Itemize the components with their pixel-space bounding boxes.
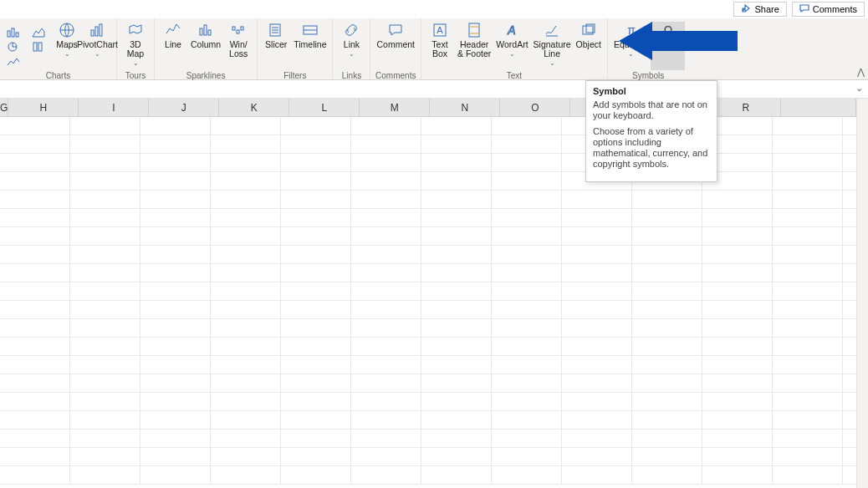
- comment-button[interactable]: Comment: [374, 22, 417, 70]
- cell[interactable]: [140, 227, 211, 246]
- cell[interactable]: [281, 135, 351, 154]
- cell[interactable]: [351, 338, 421, 356]
- cell[interactable]: [211, 319, 281, 338]
- cell[interactable]: [0, 301, 70, 319]
- cell[interactable]: [0, 338, 70, 356]
- cell[interactable]: [562, 264, 632, 282]
- cell[interactable]: [70, 301, 140, 319]
- cell[interactable]: [70, 411, 140, 430]
- cell[interactable]: [0, 117, 70, 135]
- cell[interactable]: [351, 172, 421, 191]
- cell[interactable]: [70, 282, 140, 301]
- cell[interactable]: [492, 319, 562, 338]
- cell[interactable]: [211, 338, 281, 356]
- cell[interactable]: [351, 430, 421, 448]
- cell[interactable]: [281, 411, 351, 430]
- cell[interactable]: [211, 411, 281, 430]
- cell[interactable]: [281, 338, 351, 356]
- cell[interactable]: [773, 374, 843, 393]
- cell[interactable]: [281, 227, 351, 246]
- cell[interactable]: [632, 393, 702, 411]
- cell[interactable]: [281, 172, 351, 191]
- cell[interactable]: [492, 172, 562, 191]
- cell[interactable]: [211, 135, 281, 154]
- cell[interactable]: [140, 338, 211, 356]
- chart-type-icon[interactable]: [30, 25, 49, 38]
- cell[interactable]: [562, 374, 632, 393]
- cell[interactable]: [773, 209, 843, 227]
- cell[interactable]: [632, 430, 702, 448]
- cell[interactable]: [632, 191, 702, 209]
- cell[interactable]: [211, 448, 281, 466]
- cell[interactable]: [421, 448, 492, 466]
- cell[interactable]: [211, 227, 281, 246]
- cell[interactable]: [140, 356, 211, 374]
- cell[interactable]: [351, 282, 421, 301]
- cell[interactable]: [843, 264, 856, 282]
- cell[interactable]: [351, 227, 421, 246]
- cell[interactable]: [70, 393, 140, 411]
- cell[interactable]: [0, 135, 70, 154]
- cell[interactable]: [211, 466, 281, 485]
- cell[interactable]: [0, 319, 70, 338]
- cell[interactable]: [562, 393, 632, 411]
- cell[interactable]: [492, 448, 562, 466]
- cell[interactable]: [843, 117, 856, 135]
- cell[interactable]: [211, 191, 281, 209]
- cell[interactable]: [702, 319, 773, 338]
- cell[interactable]: [0, 154, 70, 172]
- cell[interactable]: [351, 191, 421, 209]
- chart-type-icon[interactable]: [30, 40, 49, 53]
- cell[interactable]: [702, 227, 773, 246]
- cell[interactable]: [351, 154, 421, 172]
- cell[interactable]: [421, 282, 492, 301]
- cell[interactable]: [632, 466, 702, 485]
- cell[interactable]: [140, 319, 211, 338]
- cell[interactable]: [562, 301, 632, 319]
- cell[interactable]: [562, 319, 632, 338]
- cell[interactable]: [632, 264, 702, 282]
- column-header[interactable]: M: [360, 99, 430, 117]
- cell[interactable]: [843, 393, 856, 411]
- cell[interactable]: [281, 282, 351, 301]
- cell[interactable]: [773, 135, 843, 154]
- cell[interactable]: [632, 227, 702, 246]
- cell[interactable]: [421, 246, 492, 264]
- cell[interactable]: [421, 191, 492, 209]
- cell[interactable]: [281, 209, 351, 227]
- cell[interactable]: [843, 154, 856, 172]
- cell[interactable]: [562, 191, 632, 209]
- cell[interactable]: [0, 209, 70, 227]
- cell[interactable]: [492, 411, 562, 430]
- cell[interactable]: [140, 246, 211, 264]
- sparkline-winloss-button[interactable]: Win/ Loss: [223, 22, 253, 70]
- cell[interactable]: [562, 209, 632, 227]
- cell[interactable]: [211, 430, 281, 448]
- cell[interactable]: [843, 191, 856, 209]
- cell[interactable]: [0, 264, 70, 282]
- cell[interactable]: [773, 448, 843, 466]
- header-footer-button[interactable]: Header & Footer: [455, 22, 493, 70]
- signature-line-button[interactable]: Signature Line ⌄: [531, 22, 574, 70]
- cell[interactable]: [562, 246, 632, 264]
- cell[interactable]: [351, 319, 421, 338]
- cell[interactable]: [773, 246, 843, 264]
- cell[interactable]: [773, 301, 843, 319]
- cell[interactable]: [562, 227, 632, 246]
- cell[interactable]: [773, 172, 843, 191]
- cell[interactable]: [0, 430, 70, 448]
- column-header[interactable]: I: [79, 99, 149, 117]
- cell[interactable]: [632, 246, 702, 264]
- cell[interactable]: [843, 466, 856, 485]
- cell[interactable]: [0, 227, 70, 246]
- cell[interactable]: [492, 466, 562, 485]
- cell[interactable]: [702, 338, 773, 356]
- cell[interactable]: [211, 374, 281, 393]
- cell[interactable]: [70, 466, 140, 485]
- cell[interactable]: [421, 374, 492, 393]
- formula-bar-expand-icon[interactable]: ⌄: [855, 83, 863, 94]
- cell[interactable]: [843, 374, 856, 393]
- cell[interactable]: [70, 135, 140, 154]
- cell[interactable]: [140, 466, 211, 485]
- cell[interactable]: [843, 282, 856, 301]
